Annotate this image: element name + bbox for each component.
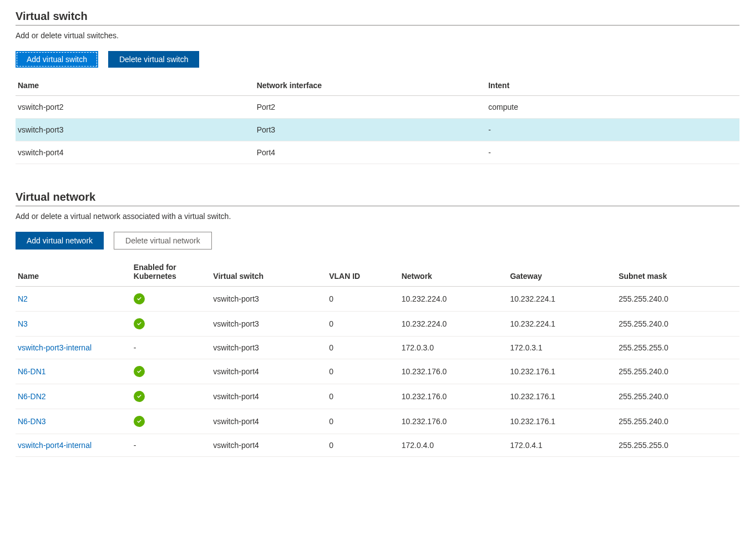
cell-subnet-mask: 255.255.240.0 [616, 359, 739, 384]
col-header-subnet-mask[interactable]: Subnet mask [616, 257, 739, 287]
vnet-link[interactable]: N6-DN3 [18, 417, 46, 426]
vnet-link[interactable]: N6-DN1 [18, 367, 46, 376]
cell-subnet-mask: 255.255.240.0 [616, 312, 739, 337]
cell-virtual-switch: vswitch-port3 [211, 337, 327, 359]
cell-virtual-switch: vswitch-port4 [211, 434, 327, 457]
cell-gateway: 10.232.176.1 [508, 409, 616, 434]
table-row[interactable]: N2vswitch-port3010.232.224.010.232.224.1… [16, 287, 739, 312]
cell-enabled-k8s [131, 359, 211, 384]
cell-enabled-k8s [131, 287, 211, 312]
cell-enabled-k8s [131, 409, 211, 434]
section-title-virtual-switch: Virtual switch [16, 10, 739, 26]
cell-enabled-k8s [131, 384, 211, 409]
col-header-enabled-k8s[interactable]: Enabled for Kubernetes [131, 257, 211, 287]
cell-vlan-id: 0 [327, 312, 399, 337]
cell-vlan-id: 0 [327, 287, 399, 312]
cell-intent: compute [486, 96, 739, 119]
vnet-link[interactable]: N6-DN2 [18, 392, 46, 401]
col-header-network-interface[interactable]: Network interface [255, 75, 487, 96]
cell-name: vswitch-port3-internal [16, 337, 131, 359]
virtual-switch-section: Virtual switch Add or delete virtual swi… [16, 10, 739, 164]
col-header-vlan-id[interactable]: VLAN ID [327, 257, 399, 287]
cell-subnet-mask: 255.255.255.0 [616, 434, 739, 457]
cell-gateway: 172.0.4.1 [508, 434, 616, 457]
cell-subnet-mask: 255.255.240.0 [616, 409, 739, 434]
cell-name: N6-DN2 [16, 384, 131, 409]
cell-vlan-id: 0 [327, 359, 399, 384]
dash-icon: - [134, 441, 136, 450]
add-virtual-network-button[interactable]: Add virtual network [16, 232, 104, 250]
cell-vlan-id: 0 [327, 337, 399, 359]
table-row[interactable]: vswitch-port4Port4- [16, 141, 739, 164]
table-row[interactable]: N6-DN1vswitch-port4010.232.176.010.232.1… [16, 359, 739, 384]
cell-name: vswitch-port3 [16, 119, 255, 141]
table-row[interactable]: N6-DN2vswitch-port4010.232.176.010.232.1… [16, 384, 739, 409]
delete-virtual-network-button[interactable]: Delete virtual network [114, 232, 212, 250]
table-row[interactable]: vswitch-port2Port2compute [16, 96, 739, 119]
cell-virtual-switch: vswitch-port3 [211, 287, 327, 312]
cell-virtual-switch: vswitch-port4 [211, 384, 327, 409]
cell-subnet-mask: 255.255.255.0 [616, 337, 739, 359]
col-header-name[interactable]: Name [16, 75, 255, 96]
cell-enabled-k8s: - [131, 434, 211, 457]
cell-name: vswitch-port4-internal [16, 434, 131, 457]
cell-name: N6-DN1 [16, 359, 131, 384]
cell-network: 172.0.3.0 [399, 337, 508, 359]
section-desc-virtual-network: Add or delete a virtual network associat… [16, 212, 739, 221]
cell-gateway: 10.232.224.1 [508, 312, 616, 337]
cell-name: N3 [16, 312, 131, 337]
check-icon [134, 293, 145, 304]
cell-virtual-switch: vswitch-port4 [211, 409, 327, 434]
cell-network: 10.232.176.0 [399, 409, 508, 434]
cell-network: 10.232.176.0 [399, 384, 508, 409]
cell-gateway: 172.0.3.1 [508, 337, 616, 359]
table-row[interactable]: vswitch-port4-internal-vswitch-port40172… [16, 434, 739, 457]
col-header-gateway[interactable]: Gateway [508, 257, 616, 287]
cell-gateway: 10.232.176.1 [508, 384, 616, 409]
vnet-button-row: Add virtual network Delete virtual netwo… [16, 232, 739, 250]
delete-virtual-switch-button[interactable]: Delete virtual switch [108, 51, 200, 68]
virtual-network-section: Virtual network Add or delete a virtual … [16, 191, 739, 457]
col-header-virtual-switch[interactable]: Virtual switch [211, 257, 327, 287]
cell-network: 10.232.224.0 [399, 312, 508, 337]
cell-subnet-mask: 255.255.240.0 [616, 287, 739, 312]
cell-vlan-id: 0 [327, 434, 399, 457]
section-title-virtual-network: Virtual network [16, 191, 739, 206]
cell-name: N6-DN3 [16, 409, 131, 434]
cell-name: N2 [16, 287, 131, 312]
col-header-intent[interactable]: Intent [486, 75, 739, 96]
cell-network: 10.232.224.0 [399, 287, 508, 312]
cell-enabled-k8s [131, 312, 211, 337]
cell-gateway: 10.232.224.1 [508, 287, 616, 312]
cell-virtual-switch: vswitch-port4 [211, 359, 327, 384]
dash-icon: - [134, 343, 136, 352]
col-header-network[interactable]: Network [399, 257, 508, 287]
cell-network: 10.232.176.0 [399, 359, 508, 384]
col-header-name[interactable]: Name [16, 257, 131, 287]
cell-gateway: 10.232.176.1 [508, 359, 616, 384]
cell-enabled-k8s: - [131, 337, 211, 359]
table-row[interactable]: vswitch-port3-internal-vswitch-port30172… [16, 337, 739, 359]
add-virtual-switch-button[interactable]: Add virtual switch [16, 51, 98, 68]
cell-network-interface: Port4 [255, 141, 487, 164]
cell-intent: - [486, 141, 739, 164]
section-desc-virtual-switch: Add or delete virtual switches. [16, 31, 739, 40]
table-row[interactable]: N6-DN3vswitch-port4010.232.176.010.232.1… [16, 409, 739, 434]
table-row[interactable]: vswitch-port3Port3- [16, 119, 739, 141]
virtual-switch-table: Name Network interface Intent vswitch-po… [16, 75, 739, 164]
virtual-network-table: Name Enabled for Kubernetes Virtual swit… [16, 257, 739, 457]
vnet-link[interactable]: N2 [18, 294, 28, 303]
cell-name: vswitch-port2 [16, 96, 255, 119]
check-icon [134, 416, 145, 427]
vswitch-button-row: Add virtual switch Delete virtual switch [16, 51, 739, 68]
cell-network-interface: Port2 [255, 96, 487, 119]
table-row[interactable]: N3vswitch-port3010.232.224.010.232.224.1… [16, 312, 739, 337]
vnet-link[interactable]: vswitch-port4-internal [18, 441, 92, 450]
cell-virtual-switch: vswitch-port3 [211, 312, 327, 337]
check-icon [134, 366, 145, 377]
cell-intent: - [486, 119, 739, 141]
cell-name: vswitch-port4 [16, 141, 255, 164]
vnet-link[interactable]: vswitch-port3-internal [18, 343, 92, 352]
check-icon [134, 391, 145, 402]
vnet-link[interactable]: N3 [18, 319, 28, 328]
